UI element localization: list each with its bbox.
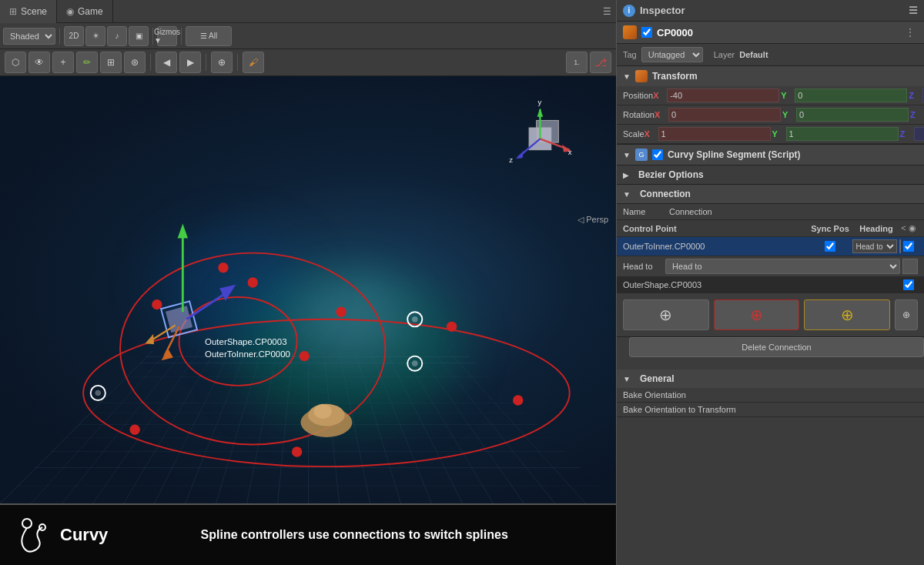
transform-header[interactable]: ▼ Transform xyxy=(617,66,924,86)
shading-select[interactable]: Shaded xyxy=(3,28,55,45)
bake-orientation-transform-row: Bake Orientation to Transform xyxy=(617,403,924,417)
bake-orientation-label: Bake Orientation xyxy=(623,390,918,400)
inspector-header: i Inspector ☰ xyxy=(617,0,924,22)
small-tool2[interactable]: ⎇ xyxy=(590,52,611,73)
toolbar-sep2 xyxy=(152,28,153,45)
cp-row1-heading-select[interactable]: Head to xyxy=(852,239,897,253)
paint-icon: 🖌 xyxy=(249,57,258,68)
globe-icon-2: ⊕ xyxy=(750,306,763,324)
all-btn[interactable]: ☰ All xyxy=(186,26,232,46)
scale-x-input[interactable] xyxy=(658,127,771,141)
bezier-header[interactable]: ▶ Bezier Options xyxy=(617,165,924,185)
audio-btn[interactable]: ♪ xyxy=(107,26,127,46)
script-enabled-checkbox[interactable] xyxy=(652,149,663,160)
svg-point-43 xyxy=(314,404,332,419)
scale-y-input[interactable] xyxy=(786,127,899,141)
head-to-label: Head to xyxy=(623,262,665,271)
svg-marker-27 xyxy=(146,334,154,344)
connection-title: Connection xyxy=(640,189,691,199)
globe-btn-3[interactable]: ⊕ xyxy=(804,299,890,330)
add-tool[interactable]: + xyxy=(52,52,74,73)
small-tool1[interactable]: 1. xyxy=(566,52,588,73)
prev-icon: ◀ xyxy=(163,57,170,68)
2d-label: 2D xyxy=(69,32,79,40)
globe-btn-4[interactable]: ⊕ xyxy=(895,299,918,330)
connection-header[interactable]: ▼ Connection xyxy=(617,185,924,204)
rot-y-label: Y xyxy=(782,110,795,119)
svg-point-17 xyxy=(300,351,310,361)
general-header[interactable]: ▼ General xyxy=(617,369,924,388)
globe-btn-2[interactable]: ⊕ xyxy=(714,299,800,330)
inspector-title: Inspector xyxy=(640,5,685,16)
layer-value: Default xyxy=(739,50,768,59)
eye-tool[interactable]: 👁 xyxy=(28,52,50,73)
rot-y-input[interactable] xyxy=(796,108,909,122)
next-tool[interactable]: ▶ xyxy=(179,52,201,73)
paint-tool[interactable]: 🖌 xyxy=(243,52,264,73)
scale-y-label: Y xyxy=(772,129,785,139)
rotation-label: Rotation xyxy=(623,110,654,119)
tab-bar: ⊞ Scene ◉ Game ☰ xyxy=(0,0,616,23)
cp-row1-heading: Head to xyxy=(853,239,899,253)
position-fields: X Y Z xyxy=(653,89,924,102)
tab-scene[interactable]: ⊞ Scene xyxy=(0,0,57,23)
network-tool[interactable]: ⬡ xyxy=(5,52,26,73)
tab-scene-label: Scene xyxy=(21,6,47,17)
layer-label: Layer xyxy=(714,50,735,59)
scale-z-input[interactable] xyxy=(914,127,924,141)
network-icon: ⬡ xyxy=(12,57,19,68)
tab-game[interactable]: ◉ Game xyxy=(57,0,113,23)
dots-tool[interactable]: ⊛ xyxy=(124,52,146,73)
globe-btn-1[interactable]: ⊕ xyxy=(623,299,709,330)
pos-y-input[interactable] xyxy=(795,89,907,102)
svg-point-15 xyxy=(129,425,139,435)
svg-text:z: z xyxy=(509,155,513,164)
fx-btn[interactable]: ▣ xyxy=(129,26,149,46)
cp-extra-col: < ◉ xyxy=(899,223,918,233)
general-section: ▼ General Bake Orientation Bake Orientat… xyxy=(617,369,924,417)
scale-z-label: Z xyxy=(900,129,912,139)
rot-x-input[interactable] xyxy=(668,108,781,122)
cp-row-2: OuterShape.CP0003 xyxy=(617,277,924,293)
curvy-logo: Curvy xyxy=(15,516,108,554)
head-to-row: Head to Head to xyxy=(617,256,924,277)
pencil-tool[interactable]: ✏ xyxy=(76,52,98,73)
pos-x-input[interactable] xyxy=(667,89,779,102)
delete-connection-label: Delete Connection xyxy=(742,343,812,352)
general-collapse-icon: ▼ xyxy=(623,375,631,383)
svg-point-11 xyxy=(336,307,346,317)
tool-row: ⬡ 👁 + ✏ ⊞ ⊛ ◀ ▶ xyxy=(0,49,616,76)
object-menu-btn[interactable]: ⋮ xyxy=(902,25,918,40)
bake-orientation-row: Bake Orientation xyxy=(617,388,924,403)
svg-point-9 xyxy=(218,262,228,272)
tag-select[interactable]: Untagged xyxy=(641,47,703,62)
scale-row: Scale X Y Z xyxy=(617,125,924,144)
delete-connection-btn[interactable]: Delete Connection xyxy=(629,337,924,357)
head-to-select[interactable]: Head to xyxy=(665,259,900,274)
conn-name-label: Name xyxy=(623,207,669,216)
2d-toggle[interactable]: 2D xyxy=(64,26,84,46)
rotation-fields: X Y Z xyxy=(654,108,924,122)
svg-point-6 xyxy=(412,316,418,323)
head-to-extra-btn[interactable] xyxy=(902,259,918,274)
cp-row1-sync-checkbox[interactable] xyxy=(825,241,835,252)
tag-layer-row: Tag Untagged Layer Default xyxy=(617,44,924,66)
cp-row1-flag-checkbox[interactable] xyxy=(903,241,914,252)
script-section-header[interactable]: ▼ G Curvy Spline Segment (Script) xyxy=(617,145,924,165)
pos-x-label: X xyxy=(653,91,665,100)
prev-tool[interactable]: ◀ xyxy=(156,52,177,73)
object-enabled-checkbox[interactable] xyxy=(641,27,652,38)
inspector-menu-btn[interactable]: ☰ xyxy=(909,5,918,16)
crosshair-tool[interactable]: ⊕ xyxy=(211,52,233,73)
cp-row2-flag-checkbox[interactable] xyxy=(903,279,914,290)
scene-view[interactable]: OuterShape.CP0003 OuterToInner.CP0000 xyxy=(0,76,616,503)
panel-menu-btn[interactable]: ☰ xyxy=(603,6,616,17)
svg-marker-37 xyxy=(516,151,524,159)
tool-sep1 xyxy=(150,54,151,71)
grid-tool[interactable]: ⊞ xyxy=(100,52,122,73)
general-title: General xyxy=(640,373,675,384)
gizmos-btn[interactable]: Gizmos ▼ xyxy=(157,26,177,46)
sun-btn[interactable]: ☀ xyxy=(85,26,105,46)
bottom-bar: Curvy Spline controllers use connections… xyxy=(0,503,616,565)
bake-orientation-transform-label: Bake Orientation to Transform xyxy=(623,405,918,414)
